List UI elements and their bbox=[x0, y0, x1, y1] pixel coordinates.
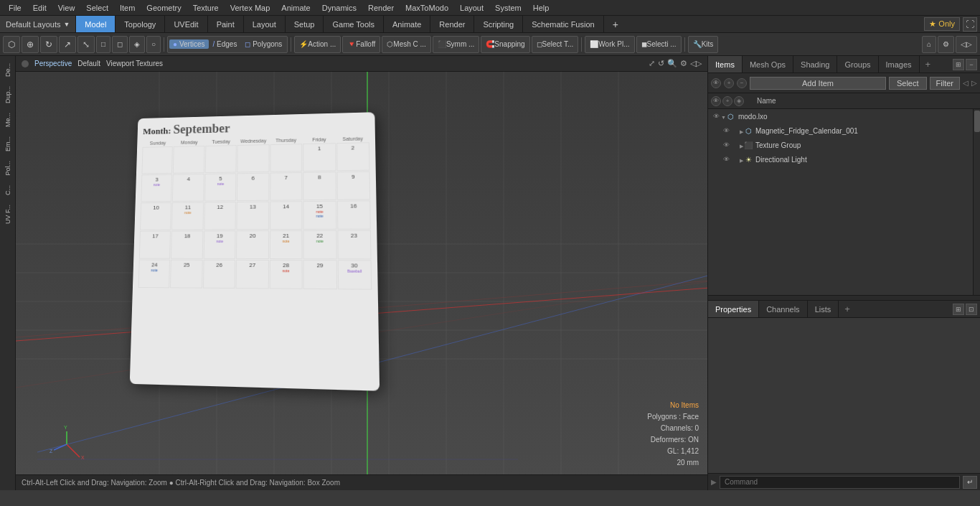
menu-help[interactable]: Help bbox=[527, 2, 555, 14]
item-row-modo-lxo[interactable]: 👁 ⬡ modo.lxo bbox=[708, 109, 973, 123]
move-tool-btn[interactable]: ⊕ bbox=[22, 36, 39, 53]
viewport-dot[interactable] bbox=[22, 60, 29, 67]
props-tab-add[interactable]: + bbox=[839, 304, 856, 314]
panel-tab-groups[interactable]: Groups bbox=[837, 56, 878, 72]
menu-dynamics[interactable]: Dynamics bbox=[316, 2, 362, 14]
vp-arrows-btn[interactable]: ◁▷ bbox=[690, 59, 702, 68]
tab-render[interactable]: Render bbox=[430, 16, 474, 32]
minus-icon-btn[interactable]: − bbox=[737, 78, 747, 88]
props-expand-btn[interactable]: ⊞ bbox=[953, 304, 964, 315]
add-icon-btn[interactable]: + bbox=[724, 78, 734, 88]
tab-uvedit[interactable]: UVEdit bbox=[165, 16, 207, 32]
menu-view[interactable]: View bbox=[52, 2, 81, 14]
action-btn[interactable]: ⚡ Action ... bbox=[294, 36, 341, 53]
layout-add-tab[interactable]: + bbox=[607, 19, 624, 30]
sidebar-tab-me[interactable]: Me... bbox=[2, 108, 14, 131]
menu-render[interactable]: Render bbox=[362, 2, 400, 14]
col-ref-icon[interactable]: ◈ bbox=[734, 96, 744, 106]
maximize-button[interactable]: ⛶ bbox=[963, 17, 977, 32]
sidebar-tab-uvf[interactable]: UV F... bbox=[2, 200, 14, 228]
vertices-btn[interactable]: ● Vertices bbox=[169, 39, 208, 49]
expand-modo-lxo[interactable] bbox=[721, 112, 726, 121]
command-arrow[interactable]: ▶ bbox=[711, 478, 717, 486]
bevel-tool-btn[interactable]: ◈ bbox=[129, 36, 145, 53]
panel-arrow-left[interactable]: ◁ bbox=[963, 79, 969, 87]
panel-tab-shading[interactable]: Shading bbox=[793, 56, 837, 72]
item-vis-tex[interactable]: 👁 bbox=[721, 140, 731, 150]
panel-icon-collapse[interactable]: − bbox=[966, 59, 977, 70]
home-btn[interactable]: ⌂ bbox=[922, 36, 936, 53]
panel-tab-mesh-ops[interactable]: Mesh Ops bbox=[743, 56, 793, 72]
props-tab-channels[interactable]: Channels bbox=[759, 301, 807, 317]
meshc-btn[interactable]: ⬡ Mesh C ... bbox=[382, 36, 431, 53]
tab-layout[interactable]: Layout bbox=[244, 16, 286, 32]
panel-tab-images[interactable]: Images bbox=[879, 56, 920, 72]
selecti-btn[interactable]: ◼ Selecti ... bbox=[636, 36, 682, 53]
view-texture-label[interactable]: Viewport Textures bbox=[106, 60, 163, 67]
visibility-toggle[interactable]: 👁 bbox=[711, 78, 721, 88]
props-tab-lists[interactable]: Lists bbox=[808, 301, 839, 317]
edges-btn[interactable]: / Edges bbox=[209, 39, 241, 49]
menu-texture[interactable]: Texture bbox=[187, 2, 225, 14]
menu-geometry[interactable]: Geometry bbox=[141, 2, 187, 14]
item-row-tex-group[interactable]: 👁 ⬛ Texture Group bbox=[708, 138, 973, 152]
menu-item[interactable]: Item bbox=[114, 2, 141, 14]
star-button[interactable]: ★ Only bbox=[924, 17, 960, 31]
vp-zoom-btn[interactable]: 🔍 bbox=[667, 59, 677, 68]
panel-icon-expand[interactable]: ⊞ bbox=[953, 59, 964, 70]
props-tab-properties[interactable]: Properties bbox=[708, 301, 759, 317]
edge-tool-btn[interactable]: ○ bbox=[146, 36, 161, 53]
item-row-dir-light[interactable]: 👁 ☀ Directional Light bbox=[708, 152, 973, 167]
vp-settings-btn[interactable]: ⚙ bbox=[938, 36, 954, 53]
panel-resize-divider[interactable] bbox=[708, 295, 980, 301]
tab-model[interactable]: Model bbox=[76, 16, 116, 32]
scroll-thumb[interactable] bbox=[974, 111, 980, 132]
tab-animate[interactable]: Animate bbox=[384, 16, 430, 32]
panel-arrow-right[interactable]: ▷ bbox=[971, 79, 977, 87]
col-vis-icon[interactable]: 👁 bbox=[711, 96, 721, 106]
tab-setup[interactable]: Setup bbox=[286, 16, 324, 32]
sidebar-tab-de[interactable]: De... bbox=[2, 59, 14, 81]
sidebar-tab-em[interactable]: Em... bbox=[2, 132, 14, 156]
snap-tool-btn[interactable]: □ bbox=[96, 36, 110, 53]
menu-system[interactable]: System bbox=[489, 2, 527, 14]
col-add-icon[interactable]: + bbox=[722, 96, 732, 106]
select-button[interactable]: Select bbox=[889, 77, 927, 90]
menu-file[interactable]: File bbox=[3, 2, 27, 14]
kits-btn[interactable]: 🔧 Kits bbox=[688, 36, 719, 53]
symm-btn[interactable]: ⬛ Symm ... bbox=[433, 36, 479, 53]
menu-select[interactable]: Select bbox=[80, 2, 114, 14]
item-vis-light[interactable]: 👁 bbox=[721, 154, 731, 164]
nav-arrows-btn[interactable]: ◁▷ bbox=[956, 36, 977, 53]
menu-vertex-map[interactable]: Vertex Map bbox=[225, 2, 276, 14]
command-input[interactable] bbox=[720, 476, 960, 489]
tab-schematic-fusion[interactable]: Schematic Fusion bbox=[523, 16, 603, 32]
sidebar-tab-dup[interactable]: Dup... bbox=[2, 82, 14, 108]
menu-layout[interactable]: Layout bbox=[454, 2, 489, 14]
sidebar-tab-c[interactable]: C... bbox=[2, 181, 14, 200]
view-type-label[interactable]: Perspective bbox=[34, 60, 72, 67]
items-scrollbar[interactable] bbox=[973, 109, 980, 295]
vp-rotate-btn[interactable]: ↺ bbox=[658, 59, 664, 68]
panel-tab-add[interactable]: + bbox=[920, 59, 937, 70]
vp-gear-btn[interactable]: ⚙ bbox=[680, 59, 687, 68]
sidebar-tab-pol[interactable]: Pol... bbox=[2, 156, 14, 180]
item-vis-modo-lxo[interactable]: 👁 bbox=[711, 111, 721, 121]
falloff-btn[interactable]: 🔻 Falloff bbox=[342, 36, 380, 53]
filter-button[interactable]: Filter bbox=[930, 77, 960, 90]
vp-fit-btn[interactable]: ⤢ bbox=[649, 59, 655, 68]
tab-game-tools[interactable]: Game Tools bbox=[324, 16, 384, 32]
panel-tab-items[interactable]: Items bbox=[708, 56, 743, 72]
menu-animate[interactable]: Animate bbox=[275, 2, 316, 14]
item-row-fridge-cal[interactable]: 👁 ⬡ Magnetic_Fridge_Calendar_001 bbox=[708, 123, 973, 138]
loop-tool-btn[interactable]: ◻ bbox=[112, 36, 128, 53]
rotate-tool-btn[interactable]: ↻ bbox=[40, 36, 57, 53]
add-item-button[interactable]: Add Item bbox=[750, 77, 886, 90]
scale-tool-btn[interactable]: ⤡ bbox=[77, 36, 95, 53]
viewport-canvas[interactable]: Month: September Sunday Monday Tuesday W… bbox=[16, 72, 707, 474]
select-tool-btn[interactable]: ⬡ bbox=[3, 36, 20, 53]
tab-paint[interactable]: Paint bbox=[208, 16, 244, 32]
menu-edit[interactable]: Edit bbox=[27, 2, 52, 14]
props-collapse-btn[interactable]: ⊡ bbox=[966, 304, 977, 315]
tab-scripting[interactable]: Scripting bbox=[474, 16, 523, 32]
